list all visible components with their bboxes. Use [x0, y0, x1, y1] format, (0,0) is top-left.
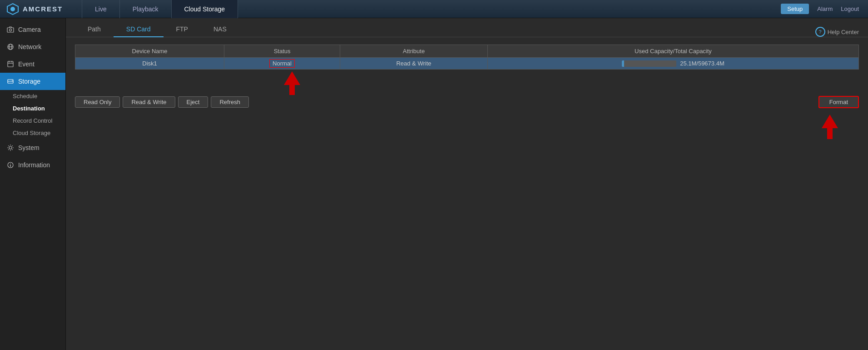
svg-point-17 — [10, 163, 11, 164]
capacity-bar — [622, 60, 676, 67]
sidebar-system-label: System — [18, 144, 40, 151]
svg-point-13 — [12, 80, 13, 81]
capacity-text: 25.1M/59673.4M — [680, 60, 724, 67]
help-center-label: Help Center — [828, 29, 859, 35]
sidebar-information-label: Information — [18, 161, 50, 169]
table-row[interactable]: Disk1 Normal Read & Write 25.1M/59673.4M — [75, 58, 859, 70]
annotation-area — [75, 76, 859, 103]
sidebar-item-network[interactable]: Network — [0, 38, 65, 55]
tab-nas[interactable]: NAS — [201, 22, 239, 37]
col-capacity: Used Capacity/Total Capacity — [487, 45, 858, 58]
app-layout: Camera Network Event Storage Schedule De… — [0, 18, 868, 350]
nav-cloud-storage[interactable]: Cloud Storage — [172, 0, 238, 18]
col-attribute: Attribute — [340, 45, 487, 58]
top-navigation: AMCREST Live Playback Cloud Storage Setu… — [0, 0, 868, 18]
up-arrow-format — [822, 115, 838, 128]
brand-name: AMCREST — [23, 5, 63, 13]
status-arrow-annotation — [284, 71, 300, 95]
up-arrow-status-stem — [289, 85, 295, 95]
tab-path[interactable]: Path — [75, 22, 114, 37]
col-device-name: Device Name — [75, 45, 224, 58]
cell-attribute: Read & Write — [340, 58, 487, 70]
alarm-link[interactable]: Alarm — [817, 5, 833, 12]
camera-icon — [6, 25, 15, 34]
sidebar-sub-schedule[interactable]: Schedule — [0, 90, 65, 102]
svg-point-3 — [10, 29, 12, 31]
main-content: Path SD Card FTP NAS ? Help Center Devic… — [66, 18, 868, 350]
help-icon: ? — [815, 27, 825, 37]
sidebar-sub-record-control[interactable]: Record Control — [0, 115, 65, 127]
sidebar-item-storage[interactable]: Storage — [0, 73, 65, 90]
sidebar-event-label: Event — [18, 60, 35, 68]
status-badge: Normal — [269, 59, 295, 68]
sidebar-sub-cloud-storage[interactable]: Cloud Storage — [0, 127, 65, 139]
top-nav-right: Setup Alarm Logout — [781, 4, 868, 14]
sidebar-item-camera[interactable]: Camera — [0, 21, 65, 38]
sidebar-item-event[interactable]: Event — [0, 55, 65, 73]
svg-point-1 — [10, 7, 15, 11]
information-icon — [6, 161, 15, 169]
sidebar-sub-destination[interactable]: Destination — [0, 102, 65, 115]
cell-capacity: 25.1M/59673.4M — [487, 58, 858, 70]
sidebar-item-system[interactable]: System — [0, 139, 65, 156]
nav-live[interactable]: Live — [82, 0, 120, 18]
cell-device-name: Disk1 — [75, 58, 224, 70]
nav-links: Live Playback Cloud Storage — [82, 0, 781, 18]
svg-rect-2 — [7, 28, 14, 32]
sidebar-storage-label: Storage — [18, 78, 40, 85]
format-arrow-annotation — [822, 115, 838, 139]
format-annotation-area — [75, 115, 859, 151]
tab-ftp[interactable]: FTP — [164, 22, 201, 37]
up-arrow-format-stem — [827, 128, 833, 139]
tab-sd-card[interactable]: SD Card — [114, 22, 164, 37]
svg-rect-7 — [8, 61, 13, 67]
storage-table: Device Name Status Attribute Used Capaci… — [75, 45, 859, 70]
col-status: Status — [224, 45, 340, 58]
sidebar: Camera Network Event Storage Schedule De… — [0, 18, 66, 350]
amcrest-logo-icon — [6, 3, 19, 15]
network-icon — [6, 43, 15, 51]
sidebar-item-information[interactable]: Information — [0, 156, 65, 174]
sidebar-camera-label: Camera — [18, 26, 41, 33]
cell-status: Normal — [224, 58, 340, 70]
tabs-bar: Path SD Card FTP NAS ? Help Center — [66, 18, 868, 37]
system-icon — [6, 144, 15, 152]
svg-point-14 — [9, 146, 12, 149]
sidebar-network-label: Network — [18, 43, 41, 50]
up-arrow-status — [284, 71, 300, 85]
event-icon — [6, 60, 15, 68]
storage-icon — [6, 77, 15, 85]
capacity-bar-fill — [622, 60, 624, 67]
logo: AMCREST — [0, 3, 82, 15]
nav-playback[interactable]: Playback — [120, 0, 172, 18]
help-center-button[interactable]: ? Help Center — [815, 27, 859, 37]
setup-button[interactable]: Setup — [781, 4, 809, 14]
content-panel: Device Name Status Attribute Used Capaci… — [66, 37, 868, 350]
logout-link[interactable]: Logout — [841, 5, 859, 12]
